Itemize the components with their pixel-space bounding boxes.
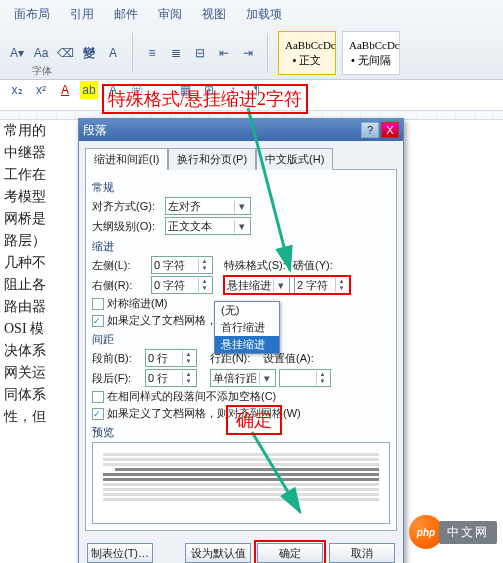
ribbon: 面布局 引用 邮件 审阅 视图 加载项 A▾ Aa ⌫ 變 A ≡ ≣ ⊟ ⇤ … xyxy=(0,0,503,80)
font-color-icon[interactable]: A xyxy=(56,81,74,99)
label-no-space: 在相同样式的段落间不添加空格(C) xyxy=(107,389,276,404)
select-outline[interactable]: 正文文本▾ xyxy=(165,217,251,235)
chevron-down-icon: ▾ xyxy=(234,220,248,233)
indent-inc-icon[interactable]: ⇥ xyxy=(239,44,257,62)
checkbox-grid-align[interactable] xyxy=(92,408,104,420)
spin-left[interactable]: 0 字符▲▼ xyxy=(151,256,213,274)
style-name: • 正文 xyxy=(285,53,329,68)
select-special[interactable]: 悬挂缩进▾ xyxy=(224,276,290,294)
chevron-down-icon: ▾ xyxy=(234,200,248,213)
separator xyxy=(132,33,133,73)
label-by: 磅值(Y): xyxy=(293,258,341,273)
style-name: • 无间隔 xyxy=(349,53,393,68)
superscript-icon[interactable]: x² xyxy=(32,81,50,99)
watermark-logo: php xyxy=(409,515,443,549)
style-preview: AaBbCcDc xyxy=(285,39,329,51)
help-button[interactable]: ? xyxy=(361,122,379,138)
close-button[interactable]: X xyxy=(381,122,399,138)
pinyin-icon[interactable]: 變 xyxy=(80,44,98,62)
chevron-down-icon: ▾ xyxy=(259,372,273,385)
checkbox-grid-indent[interactable] xyxy=(92,315,104,327)
char-border-icon[interactable]: A xyxy=(104,44,122,62)
section-general: 常规 xyxy=(92,180,390,195)
multilevel-icon[interactable]: ⊟ xyxy=(191,44,209,62)
spin-by[interactable]: 2 字符▲▼ xyxy=(294,276,350,294)
tab-view[interactable]: 视图 xyxy=(198,4,230,25)
tab-layout[interactable]: 面布局 xyxy=(10,4,54,25)
checkbox-no-space[interactable] xyxy=(92,391,104,403)
ribbon-tabs: 面布局 引用 邮件 审阅 视图 加载项 xyxy=(4,2,499,27)
select-line[interactable]: 单倍行距▾ xyxy=(210,369,276,387)
tab-references[interactable]: 引用 xyxy=(66,4,98,25)
dialog-tabs: 缩进和间距(I) 换行和分页(P) 中文版式(H) xyxy=(79,141,403,169)
watermark: php 中文网 xyxy=(409,515,497,549)
spin-right[interactable]: 0 字符▲▼ xyxy=(151,276,213,294)
label-align: 对齐方式(G): xyxy=(92,199,162,214)
tab-addins[interactable]: 加载项 xyxy=(242,4,286,25)
dialog-titlebar[interactable]: 段落 ? X xyxy=(79,119,403,141)
special-indent-group: 悬挂缩进▾ 2 字符▲▼ xyxy=(224,276,350,294)
special-dropdown[interactable]: (无) 首行缩进 悬挂缩进 xyxy=(214,301,280,354)
label-mirror: 对称缩进(M) xyxy=(107,296,168,311)
separator xyxy=(267,33,268,73)
tab-asian[interactable]: 中文版式(H) xyxy=(256,148,333,170)
dropdown-option-firstline[interactable]: 首行缩进 xyxy=(215,319,279,336)
highlight-icon[interactable]: ab xyxy=(80,81,98,99)
dropdown-option-none[interactable]: (无) xyxy=(215,302,279,319)
style-normal[interactable]: AaBbCcDc • 正文 xyxy=(278,31,336,75)
tab-review[interactable]: 审阅 xyxy=(154,4,186,25)
spin-before[interactable]: 0 行▲▼ xyxy=(145,349,197,367)
annotation-ok: 确定 xyxy=(226,405,282,435)
label-special: 特殊格式(S): xyxy=(224,258,290,273)
tab-line-page[interactable]: 换行和分页(P) xyxy=(168,148,256,170)
dropdown-option-hanging[interactable]: 悬挂缩进 xyxy=(215,336,279,353)
clear-format-icon[interactable]: ⌫ xyxy=(56,44,74,62)
label-right: 右侧(R): xyxy=(92,278,148,293)
paragraph-dialog: 段落 ? X 缩进和间距(I) 换行和分页(P) 中文版式(H) 常规 对齐方式… xyxy=(78,118,404,563)
indent-dec-icon[interactable]: ⇤ xyxy=(215,44,233,62)
cancel-button[interactable]: 取消 xyxy=(329,543,395,563)
bullets-icon[interactable]: ≡ xyxy=(143,44,161,62)
dialog-title: 段落 xyxy=(83,122,107,139)
preview-box xyxy=(92,442,390,524)
font-size-inc-icon[interactable]: Aa xyxy=(32,44,50,62)
style-preview: AaBbCcDc xyxy=(349,39,393,51)
section-indent: 缩进 xyxy=(92,239,390,254)
ok-button[interactable]: 确定 xyxy=(257,543,323,563)
spin-after[interactable]: 0 行▲▼ xyxy=(145,369,197,387)
style-nospacing[interactable]: AaBbCcDc • 无间隔 xyxy=(342,31,400,75)
checkbox-mirror[interactable] xyxy=(92,298,104,310)
tab-mail[interactable]: 邮件 xyxy=(110,4,142,25)
subscript-icon[interactable]: x₂ xyxy=(8,81,26,99)
default-button[interactable]: 设为默认值(D) xyxy=(185,543,251,563)
watermark-text: 中文网 xyxy=(439,521,497,544)
tabs-button[interactable]: 制表位(T)… xyxy=(87,543,153,563)
select-align[interactable]: 左对齐▾ xyxy=(165,197,251,215)
label-before: 段前(B): xyxy=(92,351,142,366)
tab-indent-spacing[interactable]: 缩进和间距(I) xyxy=(85,148,168,170)
chevron-down-icon: ▾ xyxy=(273,279,287,292)
spin-at[interactable]: ▲▼ xyxy=(279,369,331,387)
group-label-font: 字体 xyxy=(32,64,52,78)
annotation-special-indent: 特殊格式/悬挂缩进2字符 xyxy=(102,84,308,114)
numbering-icon[interactable]: ≣ xyxy=(167,44,185,62)
dialog-footer: 制表位(T)… 设为默认值(D) 确定 取消 xyxy=(79,537,403,563)
font-size-dec-icon[interactable]: A▾ xyxy=(8,44,26,62)
label-left: 左侧(L): xyxy=(92,258,148,273)
label-after: 段后(F): xyxy=(92,371,142,386)
label-outline: 大纲级别(O): xyxy=(92,219,162,234)
